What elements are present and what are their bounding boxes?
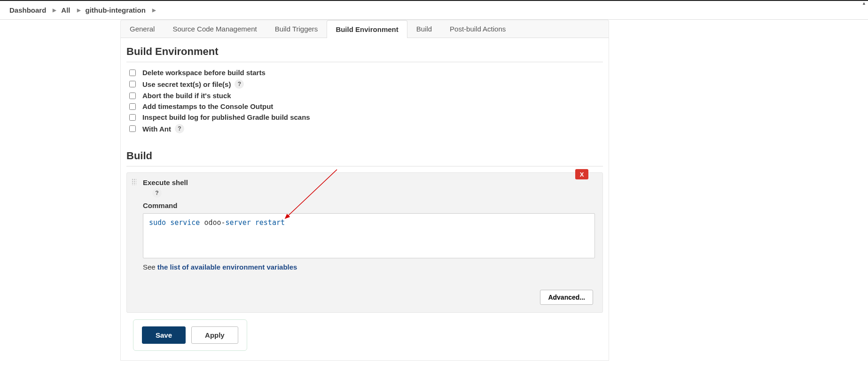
- section-title-build: Build: [126, 147, 603, 167]
- opt-label: With Ant: [142, 125, 171, 133]
- breadcrumb-item-all[interactable]: All: [61, 6, 70, 14]
- tab-build-environment[interactable]: Build Environment: [327, 20, 407, 38]
- step-title: Execute shell: [143, 178, 595, 186]
- env-vars-hint: See the list of available environment va…: [143, 263, 595, 271]
- tab-post-build[interactable]: Post-build Actions: [441, 20, 515, 38]
- opt-abort-stuck[interactable]: Abort the build if it's stuck: [126, 90, 603, 101]
- chevron-right-icon: ▶: [53, 8, 56, 13]
- save-button[interactable]: Save: [142, 326, 186, 344]
- checkbox[interactable]: [129, 103, 136, 110]
- checkbox[interactable]: [129, 114, 136, 121]
- chevron-right-icon: ▶: [152, 8, 156, 13]
- drag-handle-icon[interactable]: [132, 178, 136, 185]
- tab-build-triggers[interactable]: Build Triggers: [266, 20, 327, 38]
- breadcrumb: Dashboard ▶ All ▶ github-integration ▶: [0, 1, 868, 20]
- tab-scm[interactable]: Source Code Management: [164, 20, 266, 38]
- breadcrumb-item-dashboard[interactable]: Dashboard: [9, 6, 46, 14]
- opt-label: Delete workspace before build starts: [142, 69, 266, 77]
- advanced-button[interactable]: Advanced...: [540, 290, 593, 305]
- section-title-build-env: Build Environment: [126, 43, 603, 62]
- command-input[interactable]: sudo service odoo-server restart: [143, 213, 595, 258]
- checkbox[interactable]: [129, 93, 136, 99]
- delete-step-button[interactable]: X: [575, 169, 588, 179]
- opt-gradle-scans[interactable]: Inspect build log for published Gradle b…: [126, 112, 603, 123]
- checkbox[interactable]: [129, 70, 136, 76]
- opt-use-secret[interactable]: Use secret text(s) or file(s) ?: [126, 78, 603, 90]
- opt-label: Inspect build log for published Gradle b…: [142, 113, 310, 121]
- help-icon[interactable]: ?: [152, 188, 162, 198]
- opt-with-ant[interactable]: With Ant ?: [126, 123, 603, 135]
- checkbox[interactable]: [129, 81, 136, 87]
- build-step-execute-shell: X Execute shell ? Command sudo service o…: [126, 172, 603, 313]
- opt-label: Abort the build if it's stuck: [142, 92, 231, 100]
- annotation-arrow-icon: [281, 168, 342, 229]
- env-vars-link[interactable]: the list of available environment variab…: [157, 263, 297, 271]
- breadcrumb-item-project[interactable]: github-integration: [86, 6, 146, 14]
- chevron-right-icon: ▶: [77, 8, 81, 13]
- help-icon[interactable]: ?: [175, 124, 184, 133]
- command-label: Command: [143, 201, 595, 209]
- save-bar: Save Apply: [133, 319, 247, 351]
- scroll-up-icon[interactable]: ▲: [862, 1, 866, 6]
- opt-delete-workspace[interactable]: Delete workspace before build starts: [126, 67, 603, 78]
- config-tabs: General Source Code Management Build Tri…: [120, 20, 609, 38]
- checkbox[interactable]: [129, 125, 136, 132]
- tab-general[interactable]: General: [121, 20, 164, 38]
- opt-label: Use secret text(s) or file(s): [142, 80, 231, 88]
- opt-label: Add timestamps to the Console Output: [142, 102, 273, 110]
- opt-timestamps[interactable]: Add timestamps to the Console Output: [126, 101, 603, 112]
- tab-build[interactable]: Build: [407, 20, 441, 38]
- help-icon[interactable]: ?: [235, 79, 244, 89]
- apply-button[interactable]: Apply: [191, 326, 238, 344]
